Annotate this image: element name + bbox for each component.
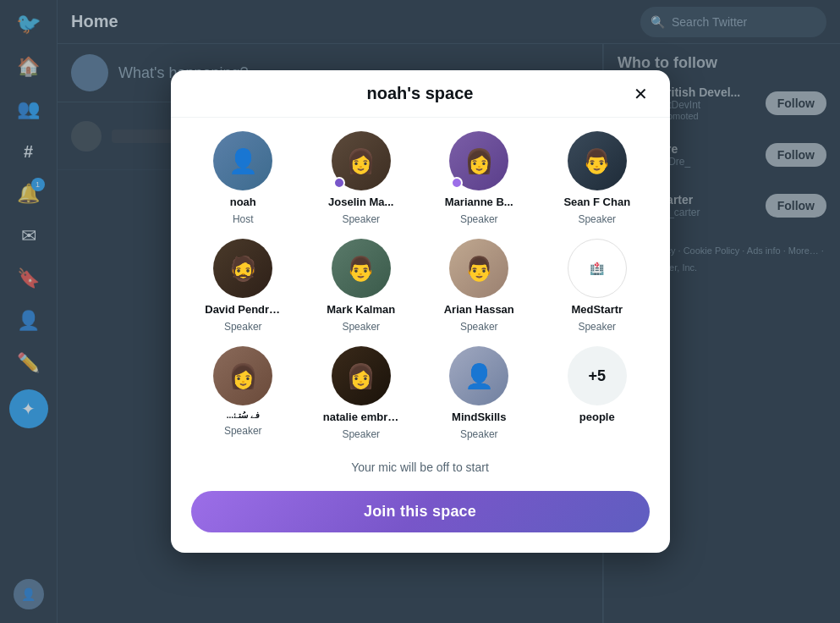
mindskills-avatar: 👤 — [449, 346, 508, 405]
close-button[interactable]: ✕ — [626, 79, 656, 109]
mindskills-name: MindSkills — [452, 411, 506, 423]
join-button[interactable]: Join this space — [191, 491, 650, 532]
marianne-name: Marianne B... — [445, 196, 513, 208]
mindskills-role: Speaker — [460, 428, 498, 440]
modal-body: 👤 noah Host 👩 Joselin Ma... Speaker 👩 — [171, 118, 670, 553]
plus-people-circle: +5 — [568, 346, 627, 405]
david-avatar-wrap: 🧔 — [213, 239, 272, 298]
arian-name: Arian Hassan — [444, 303, 514, 316]
med-avatar-wrap: 🏥 — [568, 239, 627, 298]
speaker-mark: 👨 Mark Kalman Speaker — [309, 239, 414, 333]
joselin-avatar-wrap: 👩 — [332, 131, 391, 190]
space-modal: noah's space ✕ 👤 noah Host 👩 — [171, 70, 670, 553]
noah-avatar: 👤 — [213, 131, 272, 190]
speaker-noah: 👤 noah Host — [191, 131, 296, 225]
natalie-name: natalie embrul... — [323, 411, 399, 423]
sean-name: Sean F Chan — [563, 196, 630, 208]
natalie-avatar: 👩 — [332, 346, 391, 405]
plus-count: +5 — [588, 367, 606, 385]
joselin-dot — [333, 177, 345, 189]
modal-header: noah's space ✕ — [171, 70, 670, 118]
david-role: Speaker — [224, 321, 262, 333]
med-avatar: 🏥 — [568, 239, 627, 298]
people-label: people — [579, 411, 615, 423]
arabic-avatar-wrap: 👩 — [213, 346, 272, 405]
sean-avatar-wrap: 👨 — [568, 131, 627, 190]
sean-avatar: 👨 — [568, 131, 627, 190]
marianne-role: Speaker — [460, 213, 498, 225]
mic-notice: Your mic will be off to start — [191, 460, 650, 474]
marianne-dot — [451, 177, 463, 189]
noah-avatar-wrap: 👤 — [213, 131, 272, 190]
speaker-joselin: 👩 Joselin Ma... Speaker — [309, 131, 414, 225]
david-avatar: 🧔 — [213, 239, 272, 298]
arian-role: Speaker — [460, 321, 498, 333]
noah-name: noah — [230, 196, 256, 208]
modal-title: noah's space — [367, 84, 474, 103]
mindskills-avatar-wrap: 👤 — [449, 346, 508, 405]
arabic-role: Speaker — [224, 425, 262, 437]
med-name: MedStartr — [571, 303, 623, 316]
speaker-marianne: 👩 Marianne B... Speaker — [427, 131, 532, 225]
mark-avatar: 👨 — [332, 239, 391, 298]
med-role: Speaker — [578, 321, 616, 333]
mark-role: Speaker — [342, 321, 380, 333]
joselin-name: Joselin Ma... — [328, 196, 393, 208]
plus-people-cell[interactable]: +5 people — [545, 346, 650, 440]
noah-role: Host — [233, 213, 254, 225]
natalie-avatar-wrap: 👩 — [332, 346, 391, 405]
mark-name: Mark Kalman — [327, 303, 395, 316]
speakers-grid: 👤 noah Host 👩 Joselin Ma... Speaker 👩 — [191, 131, 650, 440]
joselin-role: Speaker — [342, 213, 380, 225]
speaker-natalie: 👩 natalie embrul... Speaker — [309, 346, 414, 440]
arian-avatar: 👨 — [449, 239, 508, 298]
david-name: David Pendra...🎙 — [205, 303, 281, 316]
speaker-arabic: 👩 ...فے سُتۓ Speaker — [191, 346, 296, 440]
arabic-avatar: 👩 — [213, 346, 272, 405]
speaker-arian: 👨 Arian Hassan Speaker — [427, 239, 532, 333]
speaker-david: 🧔 David Pendra...🎙 Speaker — [191, 239, 296, 333]
speaker-medstartr: 🏥 MedStartr Speaker — [545, 239, 650, 333]
modal-overlay[interactable]: noah's space ✕ 👤 noah Host 👩 — [0, 0, 840, 623]
speaker-mindskills: 👤 MindSkills Speaker — [427, 346, 532, 440]
arian-avatar-wrap: 👨 — [449, 239, 508, 298]
sean-role: Speaker — [578, 213, 616, 225]
natalie-role: Speaker — [342, 428, 380, 440]
marianne-avatar-wrap: 👩 — [449, 131, 508, 190]
speaker-sean: 👨 Sean F Chan Speaker — [545, 131, 650, 225]
mark-avatar-wrap: 👨 — [332, 239, 391, 298]
arabic-name: ...فے سُتۓ — [227, 411, 260, 420]
